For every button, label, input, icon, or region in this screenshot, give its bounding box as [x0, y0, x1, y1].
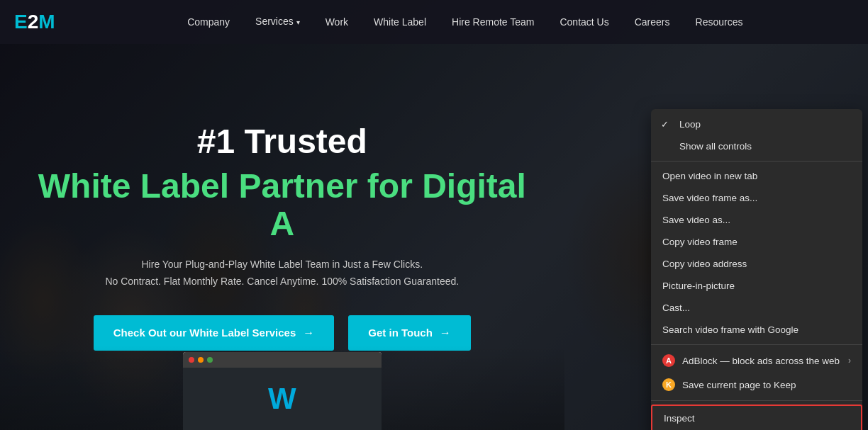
- check-icon: ✓: [661, 119, 669, 130]
- ctx-show-controls-item[interactable]: Show all controls: [651, 135, 862, 157]
- ctx-copy-address-item[interactable]: Copy video address: [651, 253, 862, 275]
- ctx-open-video-label: Open video in new tab: [662, 171, 757, 181]
- separator-1: [651, 161, 862, 162]
- nav-item-contact[interactable]: Contact Us: [547, 0, 621, 44]
- context-menu: ✓ Loop Show all controls Open video in n…: [651, 109, 862, 430]
- nav-link-work[interactable]: Work: [313, 0, 361, 44]
- ctx-inspect-item[interactable]: Inspect: [651, 404, 862, 430]
- nav-link-company[interactable]: Company: [174, 0, 243, 44]
- video-preview: W: [183, 352, 382, 430]
- logo-m: M: [38, 11, 55, 33]
- chevron-down-icon: ▾: [296, 18, 300, 26]
- preview-body: W: [183, 368, 382, 430]
- window-close-dot: [189, 357, 194, 363]
- window-maximize-dot: [207, 357, 213, 363]
- ctx-pip-label: Picture-in-picture: [662, 281, 735, 291]
- ctx-keep-item[interactable]: K Save current page to Keep: [651, 373, 862, 397]
- ctx-loop-label: Loop: [679, 119, 701, 130]
- bottom-strip: W: [0, 345, 564, 430]
- nav-item-careers[interactable]: Careers: [622, 0, 683, 44]
- ctx-save-video-label: Save video as...: [662, 215, 730, 225]
- ctx-copy-frame-label: Copy video frame: [662, 237, 738, 247]
- ctx-save-video-item[interactable]: Save video as...: [651, 209, 862, 231]
- ctx-save-frame-label: Save video frame as...: [662, 193, 757, 203]
- nav-link-hire-remote[interactable]: Hire Remote Team: [439, 0, 547, 44]
- wordpress-icon: W: [268, 382, 296, 416]
- submenu-arrow-icon: ›: [848, 356, 851, 366]
- nav-item-work[interactable]: Work: [313, 0, 361, 44]
- window-minimize-dot: [198, 357, 204, 363]
- ctx-copy-frame-item[interactable]: Copy video frame: [651, 231, 862, 253]
- ctx-adblock-label: AdBlock — block ads across the web: [682, 356, 840, 366]
- nav-link-services[interactable]: Services ▾: [243, 0, 313, 45]
- ctx-loop-item[interactable]: ✓ Loop: [651, 113, 862, 135]
- ctx-cast-label: Cast...: [662, 302, 690, 313]
- nav-item-resources[interactable]: Resources: [683, 0, 756, 44]
- ctx-adblock-item[interactable]: A AdBlock — block ads across the web ›: [651, 349, 862, 373]
- ctx-inspect-label: Inspect: [664, 413, 695, 424]
- ctx-copy-address-label: Copy video address: [662, 259, 747, 269]
- ctx-open-video-item[interactable]: Open video in new tab: [651, 165, 862, 187]
- logo-number: 2: [28, 11, 39, 33]
- ctx-pip-item[interactable]: Picture-in-picture: [651, 275, 862, 297]
- nav-item-whitelabel[interactable]: White Label: [361, 0, 439, 44]
- arrow-icon-2: →: [440, 327, 451, 339]
- logo-text: E: [14, 11, 28, 33]
- nav-item-services[interactable]: Services ▾: [243, 0, 313, 45]
- logo[interactable]: E 2 M: [14, 11, 55, 33]
- navbar: E 2 M Company Services ▾ Work White Labe…: [0, 0, 868, 44]
- preview-header: [183, 352, 382, 368]
- ctx-search-frame-label: Search video frame with Google: [662, 324, 799, 335]
- ctx-show-controls-label: Show all controls: [679, 141, 752, 152]
- nav-link-whitelabel[interactable]: White Label: [361, 0, 439, 44]
- ctx-save-frame-item[interactable]: Save video frame as...: [651, 187, 862, 209]
- hero-title-line1: #1 Trusted: [197, 123, 367, 161]
- nav-link-careers[interactable]: Careers: [622, 0, 683, 44]
- nav-link-contact[interactable]: Contact Us: [547, 0, 621, 44]
- ctx-keep-label: Save current page to Keep: [682, 380, 796, 390]
- arrow-icon: →: [303, 327, 314, 339]
- ctx-search-frame-item[interactable]: Search video frame with Google: [651, 319, 862, 341]
- nav-item-company[interactable]: Company: [174, 0, 243, 44]
- nav-links: Company Services ▾ Work White Label Hire…: [77, 0, 854, 45]
- hero-title-line2: White Label Partner for Digital A: [28, 168, 536, 243]
- separator-2: [651, 344, 862, 345]
- ctx-cast-item[interactable]: Cast...: [651, 297, 862, 319]
- adblock-icon: A: [662, 354, 675, 367]
- nav-link-resources[interactable]: Resources: [683, 0, 756, 44]
- hero-description: Hire Your Plug-and-Play White Label Team…: [105, 256, 459, 290]
- nav-item-hire-remote[interactable]: Hire Remote Team: [439, 0, 547, 44]
- separator-3: [651, 400, 862, 401]
- keep-icon: K: [662, 378, 675, 391]
